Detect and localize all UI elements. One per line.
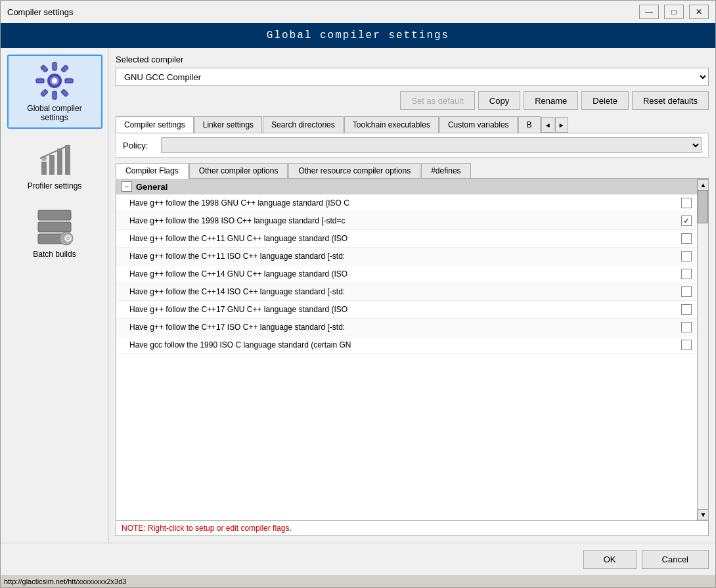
batch-builds-icon: ⚙ bbox=[35, 207, 74, 246]
main-tabs-row: Compiler settings Linker settings Search… bbox=[116, 116, 709, 133]
flags-panel-wrapper: − General Have g++ follow the 1998 GNU C… bbox=[116, 179, 709, 521]
sidebar-item-batch-builds-label: Batch builds bbox=[33, 250, 76, 259]
svg-rect-17 bbox=[38, 210, 71, 220]
svg-rect-8 bbox=[61, 89, 68, 97]
tab-toolchain-executables[interactable]: Toolchain executables bbox=[344, 116, 439, 133]
svg-rect-11 bbox=[41, 162, 47, 175]
compiler-dropdown-wrapper: GNU GCC Compiler bbox=[116, 68, 709, 86]
flag-row-0: Have g++ follow the 1998 GNU C++ languag… bbox=[116, 194, 697, 212]
inner-tabs-row: Compiler Flags Other compiler options Ot… bbox=[116, 163, 709, 179]
svg-rect-14 bbox=[65, 145, 70, 175]
svg-rect-2 bbox=[53, 91, 56, 99]
flag-checkbox-8[interactable] bbox=[681, 340, 692, 350]
main-window: Compiler settings — □ ✕ Global compiler … bbox=[0, 0, 716, 588]
inner-tab-other-compiler-options[interactable]: Other compiler options bbox=[189, 163, 288, 178]
svg-text:⚙: ⚙ bbox=[64, 233, 72, 244]
sidebar-item-global-compiler-settings[interactable]: Global compilersettings bbox=[7, 55, 102, 129]
scroll-down-button[interactable]: ▼ bbox=[698, 509, 709, 520]
selected-compiler-label: Selected compiler bbox=[116, 55, 709, 64]
inner-tab-other-resource-compiler-options[interactable]: Other resource compiler options bbox=[288, 163, 420, 178]
svg-rect-5 bbox=[41, 65, 48, 72]
scrollbar[interactable]: ▲ ▼ bbox=[698, 179, 709, 521]
svg-rect-4 bbox=[65, 79, 73, 83]
flag-text-8: Have gcc follow the 1990 ISO C language … bbox=[129, 340, 676, 350]
flag-checkbox-2[interactable] bbox=[681, 233, 692, 244]
rename-button[interactable]: Rename bbox=[524, 91, 578, 110]
flag-text-4: Have g++ follow the C++14 GNU C++ langua… bbox=[129, 269, 676, 279]
flags-group-general-label: General bbox=[136, 182, 168, 192]
inner-tab-compiler-flags[interactable]: Compiler Flags bbox=[116, 163, 189, 179]
window-title: Compiler settings bbox=[7, 7, 73, 17]
svg-rect-7 bbox=[41, 89, 48, 97]
sidebar-item-profiler-settings-label: Profiler settings bbox=[28, 181, 82, 191]
scroll-thumb[interactable] bbox=[698, 191, 708, 223]
tab-scroll-left-button[interactable]: ◄ bbox=[541, 117, 554, 133]
compiler-select-row: GNU GCC Compiler bbox=[116, 68, 709, 86]
inner-tab-defines[interactable]: #defines bbox=[421, 163, 470, 178]
tab-search-directories[interactable]: Search directories bbox=[263, 116, 344, 133]
profiler-icon bbox=[35, 139, 74, 178]
flag-row-5: Have g++ follow the C++14 ISO C++ langua… bbox=[116, 283, 697, 301]
flag-row-7: Have g++ follow the C++17 ISO C++ langua… bbox=[116, 319, 697, 336]
copy-button[interactable]: Copy bbox=[478, 91, 520, 110]
flag-row-1: Have g++ follow the 1998 ISO C++ languag… bbox=[116, 212, 697, 230]
tab-scroll-right-button[interactable]: ► bbox=[555, 117, 568, 133]
gear-icon bbox=[35, 61, 74, 101]
svg-point-10 bbox=[52, 78, 57, 83]
collapse-general-button[interactable]: − bbox=[122, 181, 132, 192]
flag-checkbox-5[interactable] bbox=[681, 286, 692, 297]
tab-compiler-settings[interactable]: Compiler settings bbox=[116, 116, 194, 133]
ok-button[interactable]: OK bbox=[583, 550, 637, 569]
flag-text-7: Have g++ follow the C++17 ISO C++ langua… bbox=[129, 323, 676, 332]
bottom-bar: OK Cancel bbox=[1, 543, 715, 576]
svg-rect-12 bbox=[49, 155, 55, 175]
sidebar-item-batch-builds[interactable]: ⚙ Batch builds bbox=[7, 200, 102, 265]
flag-checkbox-7[interactable] bbox=[681, 322, 692, 332]
cancel-button[interactable]: Cancel bbox=[642, 550, 709, 569]
minimize-button[interactable]: — bbox=[639, 5, 659, 19]
title-controls: — □ ✕ bbox=[639, 5, 709, 19]
svg-rect-3 bbox=[36, 79, 44, 83]
sidebar-item-profiler-settings[interactable]: Profiler settings bbox=[7, 132, 102, 197]
compiler-dropdown[interactable]: GNU GCC Compiler bbox=[116, 68, 709, 86]
flags-note: NOTE: Right-click to setup or edit compi… bbox=[116, 521, 709, 536]
flag-checkbox-1[interactable] bbox=[681, 215, 692, 226]
flag-checkbox-3[interactable] bbox=[681, 251, 692, 261]
status-text: http://glacticsim.net/htt/xxxxxxxx2x3d3 bbox=[4, 577, 126, 585]
tab-b[interactable]: B bbox=[518, 116, 541, 133]
scroll-track[interactable] bbox=[698, 191, 708, 509]
delete-button[interactable]: Delete bbox=[581, 91, 629, 110]
flag-text-1: Have g++ follow the 1998 ISO C++ languag… bbox=[129, 216, 676, 225]
flag-text-2: Have g++ follow the C++11 GNU C++ langua… bbox=[129, 234, 676, 243]
set-as-default-button[interactable]: Set as default bbox=[400, 91, 475, 110]
flag-text-5: Have g++ follow the C++14 ISO C++ langua… bbox=[129, 287, 676, 296]
toolbar-buttons: Set as default Copy Rename Delete Reset … bbox=[116, 91, 709, 110]
flag-row-3: Have g++ follow the C++11 ISO C++ langua… bbox=[116, 248, 697, 265]
flags-panel: − General Have g++ follow the 1998 GNU C… bbox=[116, 179, 698, 521]
tab-linker-settings[interactable]: Linker settings bbox=[194, 116, 262, 133]
flag-checkbox-6[interactable] bbox=[681, 304, 692, 315]
main-content: Global compilersettings Profiler setting… bbox=[1, 48, 715, 543]
sidebar-item-global-compiler-settings-label: Global compilersettings bbox=[27, 104, 81, 122]
policy-row: Policy: bbox=[116, 133, 709, 158]
policy-dropdown[interactable] bbox=[161, 137, 702, 153]
maximize-button[interactable]: □ bbox=[664, 5, 684, 19]
scroll-up-button[interactable]: ▲ bbox=[698, 179, 709, 191]
header-banner: Global compiler settings bbox=[1, 23, 715, 48]
flag-row-6: Have g++ follow the C++17 GNU C++ langua… bbox=[116, 301, 697, 319]
flag-row-8: Have gcc follow the 1990 ISO C language … bbox=[116, 336, 697, 354]
svg-rect-18 bbox=[38, 222, 71, 232]
svg-rect-1 bbox=[53, 62, 56, 70]
flags-list: Have g++ follow the 1998 GNU C++ languag… bbox=[116, 194, 697, 520]
status-bar: http://glacticsim.net/htt/xxxxxxxx2x3d3 bbox=[1, 576, 715, 587]
flag-checkbox-0[interactable] bbox=[681, 198, 692, 208]
right-panel: Selected compiler GNU GCC Compiler Set a… bbox=[109, 48, 715, 543]
flag-checkbox-4[interactable] bbox=[681, 269, 692, 279]
flag-text-3: Have g++ follow the C++11 ISO C++ langua… bbox=[129, 252, 676, 261]
flag-text-0: Have g++ follow the 1998 GNU C++ languag… bbox=[129, 198, 676, 208]
flags-group-general-header[interactable]: − General bbox=[116, 179, 697, 194]
reset-defaults-button[interactable]: Reset defaults bbox=[632, 91, 709, 110]
flag-row-2: Have g++ follow the C++11 GNU C++ langua… bbox=[116, 230, 697, 248]
tab-custom-variables[interactable]: Custom variables bbox=[439, 116, 518, 133]
close-button[interactable]: ✕ bbox=[689, 5, 709, 19]
